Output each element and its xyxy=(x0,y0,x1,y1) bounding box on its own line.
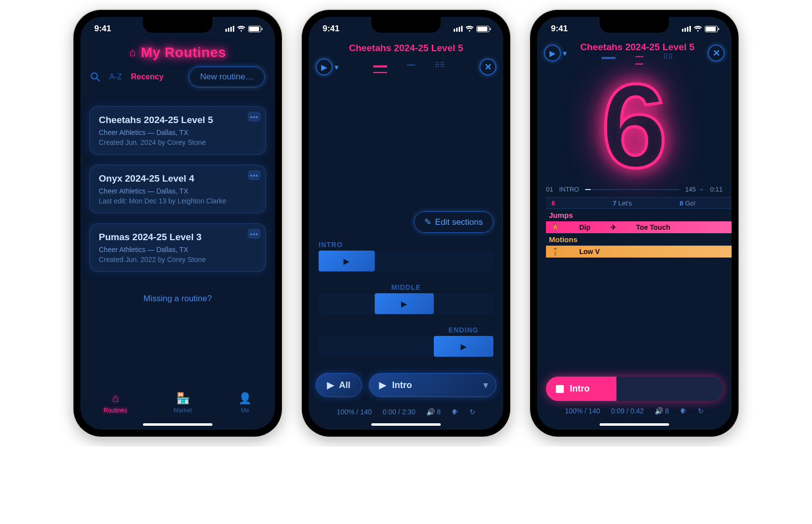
more-button[interactable]: ••• xyxy=(248,170,261,180)
sort-recency[interactable]: Recency xyxy=(131,72,164,81)
routine-card[interactable]: ••• Cheetahs 2024-25 Level 5 Cheer Athle… xyxy=(89,106,266,155)
stats-row: 100% / 140 0:00 / 2:30 🔊 8 🗣 ↻ xyxy=(309,408,503,416)
home-icon: ⌂ xyxy=(129,46,135,59)
search-icon[interactable] xyxy=(90,72,100,82)
section-bar[interactable]: ▶ xyxy=(319,293,493,314)
timeline-track[interactable]: 🧍Dip ✈Toe Touch xyxy=(546,221,732,233)
timeline-track[interactable]: 🧍Low V xyxy=(546,246,732,258)
voice-icon[interactable]: 🗣 xyxy=(680,407,687,415)
notch xyxy=(143,17,212,33)
status-time: 9:41 xyxy=(94,24,111,34)
home-indicator xyxy=(371,423,441,426)
more-button[interactable]: ••• xyxy=(248,229,261,239)
routine-card[interactable]: ••• Onyx 2024-25 Level 4 Cheer Athletics… xyxy=(89,165,266,213)
tab-me[interactable]: 👤Me xyxy=(238,392,252,414)
loop-icon[interactable]: ↻ xyxy=(470,408,475,416)
close-button[interactable]: ✕ xyxy=(479,59,496,75)
home-indicator xyxy=(143,423,212,426)
time-display[interactable]: 0:09 / 0:42 xyxy=(611,407,644,415)
new-routine-button[interactable]: New routine… xyxy=(189,66,265,87)
loop-icon[interactable]: ↻ xyxy=(698,407,704,415)
skill-icon: 🧍 xyxy=(551,248,559,256)
time-display[interactable]: 0:00 / 2:30 xyxy=(383,408,415,416)
section-label: MIDDLE xyxy=(319,283,493,291)
routine-gym: Cheer Athletics — Dallas, TX xyxy=(99,187,257,195)
home-indicator xyxy=(600,423,669,426)
page-title: My Routines xyxy=(141,45,226,61)
view-tab-grid[interactable]: ⠿⠿ xyxy=(435,61,445,73)
view-tab-counts[interactable]: ┅┅ xyxy=(407,61,415,73)
close-button[interactable]: ✕ xyxy=(708,45,725,62)
skill-name: Toe Touch xyxy=(636,223,671,231)
screen-2: 9:41 Cheetahs 2024-25 Level 5 ▶ ▾ ▬▬ ┅┅ … xyxy=(309,17,503,430)
more-button[interactable]: ••• xyxy=(248,112,261,122)
speed-bpm[interactable]: 100% / 140 xyxy=(337,408,372,416)
now-playing-pill[interactable]: Intro xyxy=(546,377,723,401)
wifi-icon xyxy=(466,26,474,32)
screen-3: 9:41 ▶ ▾ Cheetahs 2024-25 Level 5 ▬▬ ┅┅ … xyxy=(537,17,732,430)
tools-row: A-Z Recency New routine… xyxy=(80,66,275,94)
progress-bar[interactable] xyxy=(585,189,679,190)
skill-name: Low V xyxy=(579,248,600,256)
view-tab-sections[interactable]: ▬▬ xyxy=(373,61,387,73)
signal-icon xyxy=(454,26,463,32)
view-tabs: ▬▬ ┅┅ ⠿⠿ xyxy=(373,61,445,73)
section-bar[interactable]: ▶ xyxy=(319,336,493,357)
phone-frame-1: 9:41 ⌂ My Routines A-Z Recency New routi… xyxy=(73,10,282,437)
play-dropdown[interactable]: ▶ ▾ xyxy=(544,45,567,62)
editor-title: Cheetahs 2024-25 Level 5 xyxy=(309,41,503,56)
screen-1: 9:41 ⌂ My Routines A-Z Recency New routi… xyxy=(80,17,275,430)
tab-bar: ⌂Routines 🏪Market 👤Me xyxy=(80,387,275,419)
count-ruler[interactable]: 6 7Let's 8Go! xyxy=(546,197,732,209)
play-icon: ▶ xyxy=(544,45,561,62)
volume-control[interactable]: 🔊 8 xyxy=(426,408,441,416)
page-title-row: ⌂ My Routines xyxy=(80,41,275,66)
signal-icon xyxy=(225,26,234,32)
edit-sections-button[interactable]: ✎ Edit sections xyxy=(414,211,493,233)
sections-list: INTRO ▶ MIDDLE ▶ ENDING ▶ xyxy=(309,233,503,357)
wifi-icon xyxy=(237,26,245,32)
skill-name: Dip xyxy=(579,223,591,231)
section-row: MIDDLE ▶ xyxy=(319,283,493,314)
routine-gym: Cheer Athletics — Dallas, TX xyxy=(99,246,257,254)
elapsed-time: 0:11 xyxy=(710,186,723,193)
section-play[interactable]: ▶ xyxy=(319,251,375,271)
tab-routines[interactable]: ⌂Routines xyxy=(104,392,127,414)
section-row: INTRO ▶ xyxy=(319,241,493,271)
person-icon: 👤 xyxy=(238,392,252,405)
play-section-button[interactable]: ▶ Intro ▾ xyxy=(369,373,496,397)
status-time: 9:41 xyxy=(551,24,568,34)
sort-az[interactable]: A-Z xyxy=(109,72,122,81)
volume-control[interactable]: 🔊 8 xyxy=(655,407,669,415)
missing-routine-link[interactable]: Missing a routine? xyxy=(89,282,266,316)
skill-icon: ✈ xyxy=(610,223,616,231)
chevron-down-icon: ▾ xyxy=(335,63,338,72)
routine-gym: Cheer Athletics — Dallas, TX xyxy=(99,129,257,136)
editor-title: Cheetahs 2024-25 Level 5 xyxy=(580,42,694,53)
skill-icon: 🧍 xyxy=(551,223,559,231)
status-time: 9:41 xyxy=(323,24,339,34)
signal-icon xyxy=(682,26,691,32)
control-row: ▶ All ▶ Intro ▾ xyxy=(316,373,496,397)
section-play[interactable]: ▶ xyxy=(434,336,493,357)
notch xyxy=(600,17,669,33)
section-number: 01 xyxy=(546,186,553,193)
routine-meta: Created Jun. 2022 by Corey Stone xyxy=(99,256,257,263)
count-display: 6 6 xyxy=(537,66,732,186)
timeline-group-jumps: Jumps 🧍Dip ✈Toe Touch xyxy=(546,210,732,233)
speed-bpm[interactable]: 100% / 140 xyxy=(565,407,600,415)
voice-icon[interactable]: 🗣 xyxy=(452,408,459,416)
home-icon: ⌂ xyxy=(112,392,119,405)
play-all-button[interactable]: ▶ All xyxy=(316,373,362,397)
tab-market[interactable]: 🏪Market xyxy=(174,392,192,414)
chevron-down-icon: ▾ xyxy=(563,49,567,58)
routine-card[interactable]: ••• Pumas 2024-25 Level 3 Cheer Athletic… xyxy=(89,223,266,272)
section-bar[interactable]: ▶ xyxy=(319,251,493,271)
notch xyxy=(371,17,441,33)
chevron-down-icon: ▾ xyxy=(483,380,488,391)
pencil-icon: ✎ xyxy=(424,217,431,227)
battery-icon xyxy=(248,26,261,32)
play-dropdown[interactable]: ▶ ▾ xyxy=(316,59,338,75)
section-play[interactable]: ▶ xyxy=(375,293,434,314)
routine-list: ••• Cheetahs 2024-25 Level 5 Cheer Athle… xyxy=(80,94,275,316)
